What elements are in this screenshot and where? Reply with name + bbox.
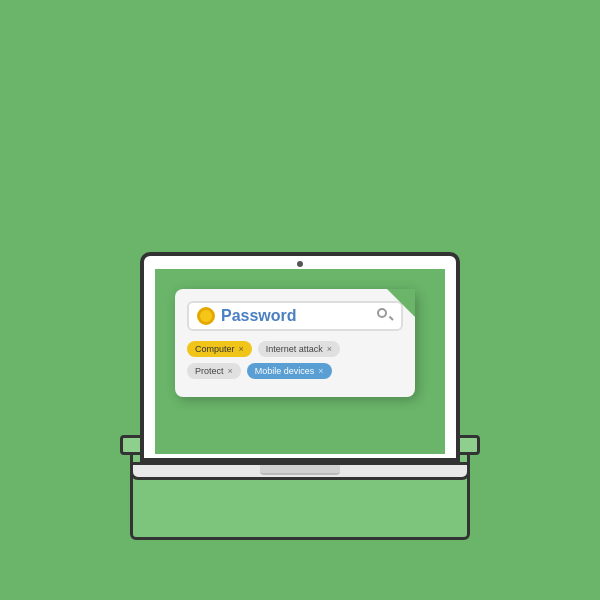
search-title: Password (221, 307, 377, 325)
search-bar: Password (187, 301, 403, 331)
tag-mobile-devices[interactable]: Mobile devices × (247, 363, 332, 379)
search-circle-icon (197, 307, 215, 325)
laptop-notch (260, 465, 340, 475)
search-icon (377, 308, 393, 324)
tags-row-2: Protect × Mobile devices × (187, 363, 403, 379)
search-card: Password Computer × Internet (175, 289, 415, 397)
tag-computer[interactable]: Computer × (187, 341, 252, 357)
laptop-base (130, 462, 470, 480)
laptop-screen: Password Computer × Internet (155, 269, 445, 454)
laptop-screen-outer: Password Computer × Internet (140, 252, 460, 462)
laptop: Password Computer × Internet (130, 252, 470, 480)
tag-internet-attack[interactable]: Internet attack × (258, 341, 340, 357)
laptop-camera (297, 261, 303, 267)
scene: Password Computer × Internet (0, 0, 600, 600)
tags-row-1: Computer × Internet attack × (187, 341, 403, 357)
tag-protect[interactable]: Protect × (187, 363, 241, 379)
